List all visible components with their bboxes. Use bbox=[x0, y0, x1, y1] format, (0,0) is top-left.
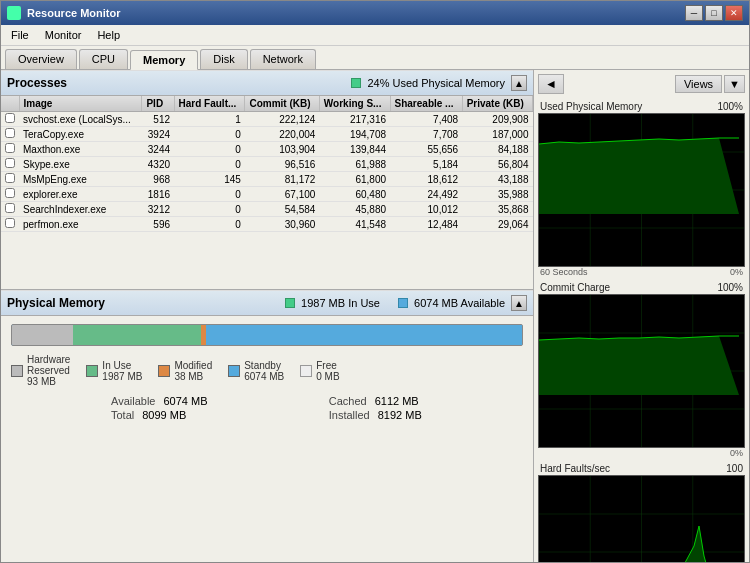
menu-help[interactable]: Help bbox=[91, 27, 126, 43]
graph1-svg bbox=[539, 114, 744, 266]
left-panel: Processes 24% Used Physical Memory ▲ Ima bbox=[1, 70, 534, 562]
tab-bar: Overview CPU Memory Disk Network bbox=[1, 46, 749, 70]
legend-reserved-box bbox=[11, 365, 23, 377]
table-row[interactable]: SearchIndexer.exe3212054,58445,88010,012… bbox=[1, 202, 533, 217]
legend-standby: Standby 6074 MB bbox=[228, 354, 284, 387]
tab-disk[interactable]: Disk bbox=[200, 49, 247, 69]
graph1-footer-right: 0% bbox=[730, 267, 743, 277]
legend-reserved: HardwareReserved 93 MB bbox=[11, 354, 70, 387]
col-pid[interactable]: PID bbox=[142, 96, 174, 112]
memory-blue-indicator bbox=[398, 298, 408, 308]
table-cell: 145 bbox=[174, 172, 245, 187]
row-checkbox[interactable] bbox=[1, 172, 19, 187]
stat-cached: Cached 6112 MB bbox=[329, 395, 523, 407]
legend-modified-label: Modified bbox=[174, 360, 212, 371]
graph1-title: Used Physical Memory bbox=[540, 101, 642, 112]
tab-overview[interactable]: Overview bbox=[5, 49, 77, 69]
processes-collapse-button[interactable]: ▲ bbox=[511, 75, 527, 91]
views-button-group: Views ▼ bbox=[675, 75, 745, 93]
stat-installed-value: 8192 MB bbox=[378, 409, 422, 421]
row-checkbox[interactable] bbox=[1, 142, 19, 157]
stat-installed-label: Installed bbox=[329, 409, 370, 421]
minimize-button[interactable]: ─ bbox=[685, 5, 703, 21]
menu-file[interactable]: File bbox=[5, 27, 35, 43]
stat-cached-value: 6112 MB bbox=[375, 395, 419, 407]
stat-installed: Installed 8192 MB bbox=[329, 409, 523, 421]
tab-memory[interactable]: Memory bbox=[130, 50, 198, 70]
row-checkbox[interactable] bbox=[1, 202, 19, 217]
row-checkbox[interactable] bbox=[1, 112, 19, 127]
memory-collapse-button[interactable]: ▲ bbox=[511, 295, 527, 311]
col-hardfault[interactable]: Hard Fault... bbox=[174, 96, 245, 112]
legend-inuse-label: In Use bbox=[102, 360, 142, 371]
maximize-button[interactable]: □ bbox=[705, 5, 723, 21]
window-controls: ─ □ ✕ bbox=[685, 5, 743, 21]
col-private[interactable]: Private (KB) bbox=[462, 96, 532, 112]
table-cell: SearchIndexer.exe bbox=[19, 202, 142, 217]
menu-monitor[interactable]: Monitor bbox=[39, 27, 88, 43]
col-working[interactable]: Working S... bbox=[319, 96, 390, 112]
table-cell: perfmon.exe bbox=[19, 217, 142, 232]
table-row[interactable]: svchost.exe (LocalSys...5121222,124217,3… bbox=[1, 112, 533, 127]
legend-free-label: Free bbox=[316, 360, 339, 371]
close-button[interactable]: ✕ bbox=[725, 5, 743, 21]
row-checkbox[interactable] bbox=[1, 127, 19, 142]
table-cell: 968 bbox=[142, 172, 174, 187]
table-row[interactable]: MsMpEng.exe96814581,17261,80018,61243,18… bbox=[1, 172, 533, 187]
table-cell: 12,484 bbox=[390, 217, 462, 232]
graph1-area bbox=[539, 138, 739, 214]
table-cell: TeraCopy.exe bbox=[19, 127, 142, 142]
table-row[interactable]: TeraCopy.exe39240220,004194,7087,708187,… bbox=[1, 127, 533, 142]
graph-commit-charge: Commit Charge 100% bbox=[538, 281, 745, 458]
table-cell: 3212 bbox=[142, 202, 174, 217]
table-cell: 56,804 bbox=[462, 157, 532, 172]
processes-table-container[interactable]: Image PID Hard Fault... Commit (KB) Work… bbox=[1, 96, 533, 289]
legend-free-value: 0 MB bbox=[316, 371, 339, 382]
graph1-canvas bbox=[538, 113, 745, 267]
memory-label: Physical Memory bbox=[7, 296, 105, 310]
legend-modified-box bbox=[158, 365, 170, 377]
table-cell: 60,480 bbox=[319, 187, 390, 202]
table-cell: 0 bbox=[174, 157, 245, 172]
row-checkbox[interactable] bbox=[1, 157, 19, 172]
legend-free: Free 0 MB bbox=[300, 354, 339, 387]
stat-total: Total 8099 MB bbox=[111, 409, 309, 421]
table-row[interactable]: perfmon.exe596030,96041,54812,48429,064 bbox=[1, 217, 533, 232]
table-row[interactable]: Maxthon.exe32440103,904139,84455,65684,1… bbox=[1, 142, 533, 157]
graph2-header: Commit Charge 100% bbox=[538, 281, 745, 294]
memory-legend: HardwareReserved 93 MB In Use 1987 MB bbox=[1, 350, 533, 391]
table-cell: svchost.exe (LocalSys... bbox=[19, 112, 142, 127]
graph3-area bbox=[539, 526, 739, 562]
table-cell: 3244 bbox=[142, 142, 174, 157]
nav-back-button[interactable]: ◄ bbox=[538, 74, 564, 94]
table-cell: 3924 bbox=[142, 127, 174, 142]
table-row[interactable]: explorer.exe1816067,10060,48024,49235,98… bbox=[1, 187, 533, 202]
table-row[interactable]: Skype.exe4320096,51661,9885,18456,804 bbox=[1, 157, 533, 172]
table-cell: 217,316 bbox=[319, 112, 390, 127]
table-cell: 103,904 bbox=[245, 142, 319, 157]
table-cell: 43,188 bbox=[462, 172, 532, 187]
table-cell: 194,708 bbox=[319, 127, 390, 142]
memory-stats: Available 6074 MB Cached 6112 MB Total 8… bbox=[101, 391, 533, 425]
table-cell: 0 bbox=[174, 187, 245, 202]
processes-table: Image PID Hard Fault... Commit (KB) Work… bbox=[1, 96, 533, 232]
graph1-value: 100% bbox=[717, 101, 743, 112]
row-checkbox[interactable] bbox=[1, 217, 19, 232]
col-shareable[interactable]: Shareable ... bbox=[390, 96, 462, 112]
graph-hard-faults: Hard Faults/sec 100 bbox=[538, 462, 745, 562]
tab-network[interactable]: Network bbox=[250, 49, 316, 69]
table-cell: 45,880 bbox=[319, 202, 390, 217]
row-checkbox[interactable] bbox=[1, 187, 19, 202]
table-cell: 55,656 bbox=[390, 142, 462, 157]
tab-cpu[interactable]: CPU bbox=[79, 49, 128, 69]
col-commit[interactable]: Commit (KB) bbox=[245, 96, 319, 112]
views-dropdown-button[interactable]: ▼ bbox=[724, 75, 745, 93]
table-cell: 0 bbox=[174, 217, 245, 232]
legend-inuse: In Use 1987 MB bbox=[86, 354, 142, 387]
col-image[interactable]: Image bbox=[19, 96, 142, 112]
table-cell: 61,988 bbox=[319, 157, 390, 172]
legend-standby-box bbox=[228, 365, 240, 377]
stat-cached-label: Cached bbox=[329, 395, 367, 407]
table-cell: 35,988 bbox=[462, 187, 532, 202]
views-label[interactable]: Views bbox=[675, 75, 722, 93]
